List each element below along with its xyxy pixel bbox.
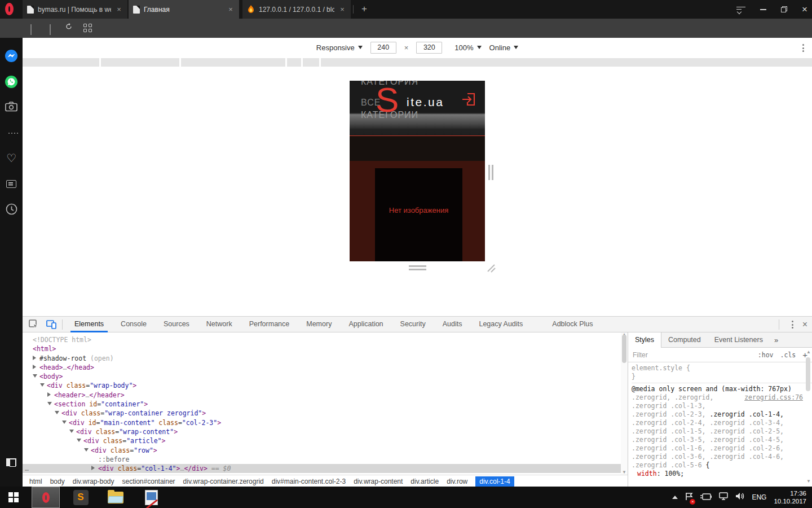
new-tab-button[interactable] [360, 5, 369, 14]
close-icon[interactable] [338, 6, 346, 14]
clock[interactable]: 17:36 10.10.2017 [774, 489, 806, 505]
dom-tree-row[interactable]: <body> [23, 372, 628, 381]
start-button[interactable] [0, 487, 27, 508]
collapse-arrow-icon[interactable] [77, 436, 83, 445]
speed-dial-icon[interactable] [6, 126, 20, 140]
viewport-height-input[interactable]: 320 [416, 42, 442, 54]
network-icon[interactable] [719, 492, 728, 502]
browser-tab-1[interactable]: bymas.ru | Помощь в web [23, 0, 127, 19]
device-type-select[interactable]: Responsive [316, 43, 363, 52]
dom-tree-row[interactable]: <!DOCTYPE html> [23, 335, 628, 344]
devtools-tab-network[interactable]: Network [198, 317, 241, 332]
css-rule-line[interactable]: .zerogrid .col-2-4, .zerogrid .col-3-4, [632, 419, 812, 427]
devtools-tab-sources[interactable]: Sources [155, 317, 198, 332]
dom-tree-row[interactable]: <head>…</head> [23, 363, 628, 372]
devtools-close-icon[interactable] [802, 319, 807, 330]
media-query-segment[interactable] [303, 58, 319, 67]
close-icon[interactable] [115, 6, 123, 14]
css-rule-line[interactable]: .zerogrid .col-3-6, .zerogrid .col-4-6, [632, 453, 812, 461]
language-indicator[interactable]: ENG [752, 493, 766, 501]
media-query-segment[interactable] [287, 58, 301, 67]
devtools-tab-security[interactable]: Security [392, 317, 434, 332]
throttling-select[interactable]: Online [489, 43, 519, 52]
elements-scrollbar[interactable]: ▲ ▼ [621, 332, 628, 475]
collapse-arrow-icon[interactable] [55, 409, 61, 418]
styles-tab-computed[interactable]: Computed [661, 332, 708, 348]
dom-tree-row[interactable]: <div class="wrap-content"> [23, 427, 628, 436]
restore-button[interactable] [781, 6, 787, 12]
devtools-tab-performance[interactable]: Performance [241, 317, 298, 332]
minimize-button[interactable] [760, 9, 766, 10]
css-rule-line[interactable]: .zerogrid .col-1-5, .zerogrid .col-2-5, [632, 427, 812, 436]
devtools-menu-icon[interactable] [792, 321, 793, 329]
dom-tree-row[interactable]: <div class="wrap-container zerogrid"> [23, 409, 628, 418]
styles-tab-event-listeners[interactable]: Event Listeners [708, 332, 770, 348]
forward-icon[interactable] [50, 24, 51, 35]
dom-tree-row[interactable]: <div class="wrap-body"> [23, 381, 628, 390]
device-toolbar-options-icon[interactable] [802, 44, 804, 52]
expand-arrow-icon[interactable] [33, 363, 39, 372]
collapse-arrow-icon[interactable] [62, 418, 69, 427]
media-query-segment[interactable] [101, 58, 179, 67]
breadcrumb-item[interactable]: div.col-1-4 [475, 476, 514, 487]
snapshot-camera-icon[interactable] [5, 100, 18, 113]
page-viewport[interactable]: КАТЕГОРИЯ ВСЕ КАТЕГОРИИ S ite.ua Нет изо… [350, 81, 485, 261]
styles-scrollbar[interactable]: ▲ ▼ [805, 349, 811, 484]
expand-arrow-icon[interactable] [91, 464, 98, 473]
collapse-arrow-icon[interactable] [47, 400, 54, 409]
media-query-segment[interactable] [321, 58, 812, 67]
styles-tab-styles[interactable]: Styles [628, 332, 661, 348]
stylesheet-link[interactable]: zerogrid.css:76 [744, 393, 803, 402]
reload-icon[interactable] [65, 23, 72, 30]
taskbar-sublime-button[interactable]: S [67, 487, 95, 508]
action-center-flag-icon[interactable] [685, 492, 693, 503]
device-toolbar-toggle-icon[interactable] [44, 317, 59, 332]
css-rule-line[interactable]: .zerogrid .col-5-6 { [632, 461, 812, 470]
personal-news-icon[interactable] [5, 177, 18, 191]
breadcrumb-item[interactable]: div.wrap-container.zerogrid [183, 478, 264, 485]
history-clock-icon[interactable] [5, 202, 18, 216]
media-query-rule[interactable]: @media only screen and (max-width: 767px… [632, 385, 812, 393]
zoom-select[interactable]: 100% [454, 43, 481, 52]
viewport-resize-handle-corner[interactable] [487, 264, 496, 273]
media-query-segment[interactable] [23, 58, 99, 67]
site-logo-text[interactable]: ite.ua [407, 95, 444, 109]
back-icon[interactable] [30, 24, 32, 35]
close-window-button[interactable] [802, 5, 807, 14]
expand-arrow-icon[interactable] [33, 354, 39, 363]
dom-tree-row[interactable]: <div id="main-content" class="col-2-3"> [23, 418, 628, 427]
css-rule-line[interactable]: width: 100%; [632, 470, 812, 478]
breadcrumb-item[interactable]: div.wrap-content [354, 478, 403, 485]
messenger-icon[interactable] [5, 49, 18, 63]
devtools-tab-adblock-plus[interactable]: Adblock Plus [544, 317, 601, 332]
overflow-tabs-icon[interactable]: » [774, 336, 778, 344]
css-rule-line[interactable]: .zerogrid .col-1-6, .zerogrid .col-2-6, [632, 444, 812, 453]
dom-tree-row[interactable]: <section id="container"> [23, 400, 628, 409]
dom-tree-row[interactable]: ::before [23, 455, 628, 464]
viewport-resize-handle-bottom[interactable] [409, 265, 426, 271]
speed-dial-icon[interactable] [83, 24, 92, 33]
dom-tree-row[interactable]: <div class="article"> [23, 436, 628, 445]
dom-tree-row[interactable]: <div class="row"> [23, 446, 628, 455]
css-rule-line[interactable]: .zerogrid .col-3-5, .zerogrid .col-4-5, [632, 436, 812, 444]
volume-icon[interactable] [735, 492, 744, 502]
element-style-rule[interactable]: element.style { [632, 364, 812, 373]
bookmarks-heart-icon[interactable] [5, 151, 18, 165]
collapse-arrow-icon[interactable] [33, 372, 39, 381]
site-logo[interactable]: S [376, 81, 399, 120]
sidebar-setup-icon[interactable] [5, 456, 18, 469]
breadcrumb-item[interactable]: section#container [122, 478, 175, 485]
inspect-element-icon[interactable] [26, 317, 41, 332]
css-rule-line[interactable]: zerogrid.css:76.zerogrid, .zerogrid, [632, 393, 812, 402]
devtools-tab-legacy-audits[interactable]: Legacy Audits [470, 317, 531, 332]
viewport-width-input[interactable]: 240 [370, 42, 396, 54]
hov-toggle[interactable]: :hov [758, 351, 774, 359]
cls-toggle[interactable]: .cls [780, 351, 796, 359]
dom-tree-row[interactable]: <header>…</header> [23, 391, 628, 400]
devtools-tab-elements[interactable]: Elements [66, 317, 112, 332]
taskbar-paint-button[interactable] [136, 487, 166, 508]
close-icon[interactable] [227, 6, 235, 14]
collapse-arrow-icon[interactable] [40, 381, 47, 390]
battery-icon[interactable] [700, 492, 712, 502]
devtools-tab-console[interactable]: Console [112, 317, 155, 332]
